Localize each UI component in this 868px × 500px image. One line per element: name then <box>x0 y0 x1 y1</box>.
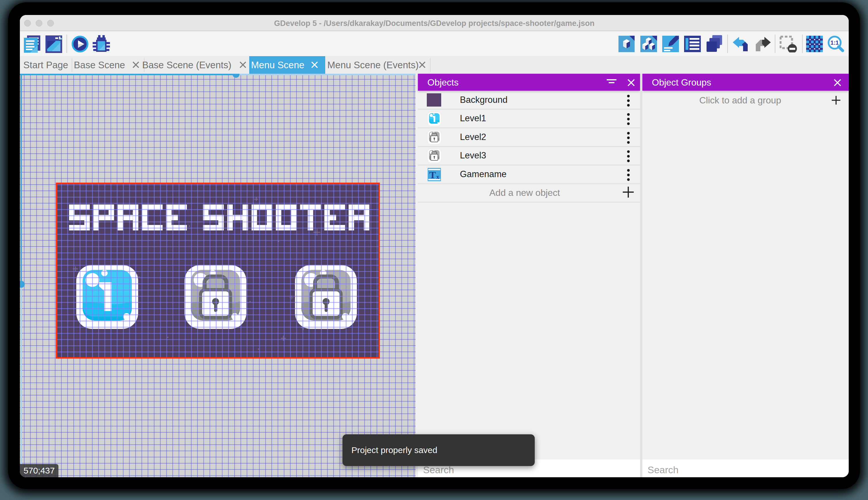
svg-text:1:1: 1:1 <box>831 39 839 46</box>
svg-text:T: T <box>430 170 436 180</box>
svg-text:x: x <box>436 174 439 180</box>
